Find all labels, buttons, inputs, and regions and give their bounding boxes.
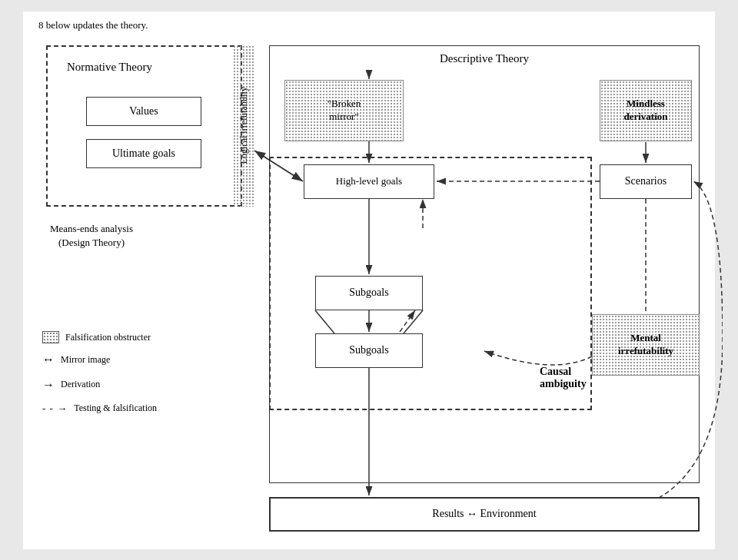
testing-label: Testing & falsification — [74, 400, 157, 417]
diagram-area: Normative Theory Values Ultimate goals L… — [31, 38, 707, 529]
means-ends-line2: (Design Theory) — [50, 236, 133, 250]
legend-testing: - - → Testing & falsification — [42, 399, 157, 417]
ultimate-goals-label: Ultimate goals — [112, 147, 175, 160]
high-level-goals-label: High-level goals — [336, 175, 402, 187]
falsification-label: Falsification obstructer — [65, 330, 151, 346]
derivation-label: Derivation — [61, 376, 100, 393]
falsification-icon — [42, 331, 59, 343]
means-ends-line1: Means-ends analysis — [50, 222, 133, 236]
ultimate-goals-box: Ultimate goals — [86, 139, 201, 168]
causal-ambiguity-label: Causal ambiguity — [540, 366, 590, 390]
values-label: Values — [129, 105, 158, 118]
logical-irrefutability-box: Logical irrefutability — [233, 45, 254, 207]
mental-text: Mental irrefutability — [618, 332, 673, 358]
mirror-arrow-icon: ↔ — [42, 349, 55, 371]
mindless-derivation-box: Mindless derivation — [600, 80, 692, 141]
mindless-text: Mindless derivation — [623, 98, 667, 124]
results-box: Results ↔ Environment — [269, 497, 700, 532]
legend-falsification: Falsification obstructer — [42, 330, 157, 346]
legend-derivation: → Derivation — [42, 374, 157, 396]
high-level-goals-box: High-level goals — [304, 164, 434, 199]
logical-irrefutability-label: Logical irrefutability — [238, 87, 250, 164]
subgoals2-label: Subgoals — [349, 344, 388, 356]
broken-mirror-box: "Broken mirror" — [284, 80, 404, 141]
values-box: Values — [86, 97, 201, 126]
legend: Falsification obstructer ↔ Mirror image … — [42, 330, 157, 421]
legend-mirror: ↔ Mirror image — [42, 349, 157, 371]
descriptive-title: Descriptive Theory — [440, 52, 529, 65]
testing-arrow-icon: - - → — [42, 399, 68, 417]
means-ends-text: Means-ends analysis (Design Theory) — [50, 222, 133, 250]
mirror-label: Mirror image — [61, 352, 110, 369]
subgoals1-box: Subgoals — [315, 276, 423, 310]
main-page: 8 below updates the theory. — [23, 12, 715, 549]
derivation-arrow-icon: → — [42, 374, 55, 396]
top-text: 8 below updates the theory. — [38, 19, 707, 31]
broken-mirror-text: "Broken mirror" — [327, 98, 361, 124]
subgoals1-label: Subgoals — [349, 287, 388, 299]
results-label: Results ↔ Environment — [432, 508, 536, 520]
scenarios-box: Scenarios — [600, 164, 692, 199]
normative-theory-box: Normative Theory Values Ultimate goals — [46, 45, 242, 207]
normative-title: Normative Theory — [67, 61, 152, 74]
subgoals2-box: Subgoals — [315, 333, 423, 368]
mental-irrefutability-box: Mental irrefutability — [592, 314, 700, 376]
scenarios-label: Scenarios — [625, 175, 667, 187]
